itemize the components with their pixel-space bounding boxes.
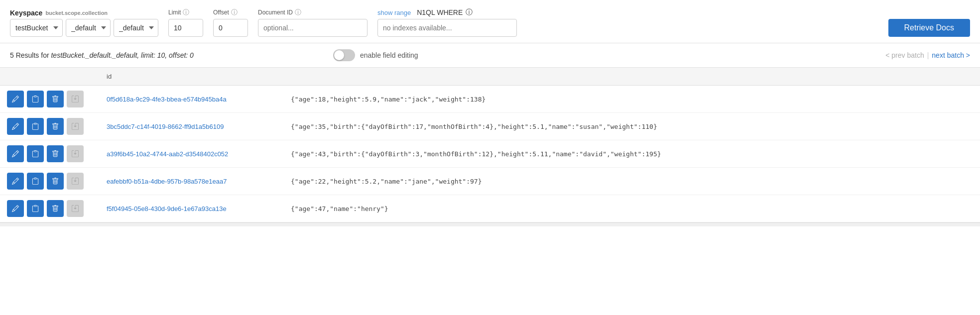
action-buttons-0 — [7, 91, 93, 107]
col-header-id: id — [100, 68, 284, 86]
limit-input[interactable] — [168, 19, 203, 37]
id-cell-2: a39f6b45-10a2-4744-aab2-d3548402c052 — [100, 140, 284, 168]
batch-navigation: < prev batch | next batch > — [885, 51, 970, 59]
doc-id-link-0[interactable]: 0f5d618a-9c29-4fe3-bbea-e574b945ba4a — [107, 96, 227, 103]
limit-info-icon: ⓘ — [183, 8, 189, 17]
doc-content-2: {"age":43,"birth":{"dayOfBirth":3,"month… — [291, 150, 661, 158]
copy-button-3[interactable] — [27, 173, 44, 190]
action-buttons-1 — [7, 118, 93, 135]
delete-button-0[interactable] — [47, 91, 64, 107]
doc-content-0: {"age":18,"height":5.9,"name":"jack","we… — [291, 96, 486, 103]
delete-button-3[interactable] — [47, 173, 64, 190]
prev-batch-link: < prev batch — [885, 51, 924, 59]
scope-select[interactable]: _default — [66, 19, 111, 37]
delete-button-2[interactable] — [47, 145, 64, 162]
id-cell-3: eafebbf0-b51a-4dbe-957b-98a578e1eaa7 — [100, 168, 284, 195]
doc-id-link-1[interactable]: 3bc5ddc7-c14f-4019-8662-ff9d1a5b6109 — [107, 123, 224, 130]
offset-label: Offset ⓘ — [213, 8, 248, 17]
limit-group: Limit ⓘ — [168, 8, 203, 37]
docid-group: Document ID ⓘ — [258, 8, 368, 37]
n1ql-label-row: show range N1QL WHERE ⓘ — [377, 8, 517, 17]
table-header: id — [0, 68, 980, 86]
action-cell-1 — [0, 113, 100, 140]
col-header-actions — [0, 68, 100, 86]
delete-button-4[interactable] — [47, 200, 64, 217]
n1ql-input[interactable] — [377, 19, 517, 37]
delete-button-1[interactable] — [47, 118, 64, 135]
doc-content-4: {"age":47,"name":"henry"} — [291, 205, 388, 212]
content-cell-2: {"age":43,"birth":{"dayOfBirth":3,"month… — [284, 140, 980, 168]
table-row: a39f6b45-10a2-4744-aab2-d3548402c052 {"a… — [0, 140, 980, 168]
action-cell-2 — [0, 140, 100, 168]
n1ql-group: show range N1QL WHERE ⓘ — [377, 8, 517, 37]
table-body: 0f5d618a-9c29-4fe3-bbea-e574b945ba4a {"a… — [0, 86, 980, 222]
docid-input[interactable] — [258, 19, 368, 37]
content-cell-1: {"age":35,"birth":{"dayOfBirth":17,"mont… — [284, 113, 980, 140]
collection-select[interactable]: _default — [114, 19, 158, 37]
content-cell-3: {"age":22,"height":5.2,"name":"jane","we… — [284, 168, 980, 195]
col-header-content — [284, 68, 980, 86]
keyspace-selects: testBucket _default _default — [10, 19, 158, 37]
field-editing-toggle[interactable] — [333, 49, 355, 61]
save-button-4 — [67, 200, 84, 217]
batch-separator: | — [927, 51, 929, 59]
edit-button-3[interactable] — [7, 173, 24, 190]
keyspace-title: Keyspace — [10, 9, 42, 17]
content-cell-4: {"age":47,"name":"henry"} — [284, 195, 980, 222]
n1ql-label: N1QL WHERE — [417, 8, 463, 16]
toggle-label: enable field editing — [360, 51, 418, 59]
action-cell-3 — [0, 168, 100, 195]
edit-button-0[interactable] — [7, 91, 24, 107]
action-cell-4 — [0, 195, 100, 222]
copy-button-1[interactable] — [27, 118, 44, 135]
doc-content-3: {"age":22,"height":5.2,"name":"jane","we… — [291, 178, 482, 185]
table-row: eafebbf0-b51a-4dbe-957b-98a578e1eaa7 {"a… — [0, 168, 980, 195]
top-bar: Keyspace bucket.scope.collection testBuc… — [0, 0, 980, 43]
bucket-select[interactable]: testBucket — [10, 19, 63, 37]
retrieve-docs-button[interactable]: Retrieve Docs — [888, 19, 970, 37]
id-cell-0: 0f5d618a-9c29-4fe3-bbea-e574b945ba4a — [100, 86, 284, 113]
action-buttons-3 — [7, 173, 93, 190]
docid-info-icon: ⓘ — [295, 8, 301, 17]
keyspace-label: Keyspace bucket.scope.collection — [10, 9, 158, 17]
save-button-2 — [67, 145, 84, 162]
action-buttons-4 — [7, 200, 93, 217]
action-cell-0 — [0, 86, 100, 113]
edit-button-1[interactable] — [7, 118, 24, 135]
save-button-1 — [67, 118, 84, 135]
toggle-area: enable field editing — [333, 49, 418, 61]
show-range-link[interactable]: show range — [377, 9, 411, 16]
table-row: f5f04945-05e8-430d-9de6-1e67a93ca13e {"a… — [0, 195, 980, 222]
offset-input[interactable] — [213, 19, 248, 37]
doc-content-1: {"age":35,"birth":{"dayOfBirth":17,"mont… — [291, 123, 657, 130]
edit-button-4[interactable] — [7, 200, 24, 217]
copy-button-0[interactable] — [27, 91, 44, 107]
content-cell-0: {"age":18,"height":5.9,"name":"jack","we… — [284, 86, 980, 113]
n1ql-info-icon: ⓘ — [466, 8, 473, 17]
documents-table-container: id — [0, 67, 980, 222]
results-bar: 5 Results for testBucket._default._defau… — [0, 43, 980, 67]
doc-id-link-3[interactable]: eafebbf0-b51a-4dbe-957b-98a578e1eaa7 — [107, 178, 227, 185]
keyspace-sublabel: bucket.scope.collection — [45, 10, 108, 16]
action-buttons-2 — [7, 145, 93, 162]
id-cell-4: f5f04945-05e8-430d-9de6-1e67a93ca13e — [100, 195, 284, 222]
offset-info-icon: ⓘ — [231, 8, 238, 17]
table-row: 3bc5ddc7-c14f-4019-8662-ff9d1a5b6109 {"a… — [0, 113, 980, 140]
keyspace-group: Keyspace bucket.scope.collection testBuc… — [10, 9, 158, 37]
horizontal-scrollbar[interactable] — [0, 222, 980, 226]
id-cell-1: 3bc5ddc7-c14f-4019-8662-ff9d1a5b6109 — [100, 113, 284, 140]
table-row: 0f5d618a-9c29-4fe3-bbea-e574b945ba4a {"a… — [0, 86, 980, 113]
edit-button-2[interactable] — [7, 145, 24, 162]
offset-group: Offset ⓘ — [213, 8, 248, 37]
save-button-0 — [67, 91, 84, 107]
results-summary: 5 Results for testBucket._default._defau… — [10, 51, 194, 59]
docid-label: Document ID ⓘ — [258, 8, 368, 17]
limit-label: Limit ⓘ — [168, 8, 203, 17]
documents-table: id — [0, 68, 980, 222]
next-batch-link[interactable]: next batch > — [932, 51, 970, 59]
copy-button-4[interactable] — [27, 200, 44, 217]
doc-id-link-4[interactable]: f5f04945-05e8-430d-9de6-1e67a93ca13e — [107, 205, 227, 212]
doc-id-link-2[interactable]: a39f6b45-10a2-4744-aab2-d3548402c052 — [107, 150, 228, 158]
save-button-3 — [67, 173, 84, 190]
copy-button-2[interactable] — [27, 145, 44, 162]
